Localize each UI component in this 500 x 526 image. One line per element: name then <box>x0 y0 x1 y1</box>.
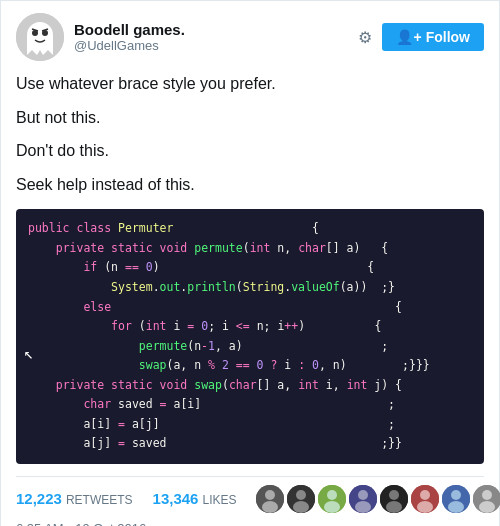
code-line-11: a[i] = a[j] ; <box>28 415 472 435</box>
svg-point-18 <box>358 490 368 500</box>
code-line-2: private static void permute(int n, char[… <box>28 239 472 259</box>
retweeter-avatar-2 <box>287 485 315 513</box>
tweet-footer: 12,223 RETWEETS 13,346 LIKES <box>16 476 484 526</box>
likes-label: LIKES <box>202 493 236 507</box>
follow-label: Follow <box>426 29 470 45</box>
svg-point-13 <box>293 501 309 513</box>
tweet-line-4: Seek help instead of this. <box>16 172 484 198</box>
code-line-9: private static void swap(char[] a, int i… <box>28 376 472 396</box>
retweeter-avatar-7 <box>442 485 470 513</box>
user-info: Boodell games. @UdellGames <box>74 21 358 53</box>
retweeter-avatar-6 <box>411 485 439 513</box>
retweeter-avatar-1 <box>256 485 284 513</box>
svg-point-21 <box>389 490 399 500</box>
code-line-10: char saved = a[i] ; <box>28 395 472 415</box>
stats-row: 12,223 RETWEETS 13,346 LIKES <box>16 485 484 513</box>
likes-count[interactable]: 13,346 <box>153 490 199 507</box>
timestamp: 6:35 AM - 19 Oct 2016 <box>16 521 484 526</box>
svg-point-25 <box>417 501 433 513</box>
tweet-card: Boodell games. @UdellGames ⚙ 👤+ Follow U… <box>0 0 500 526</box>
svg-rect-2 <box>27 35 53 47</box>
svg-point-19 <box>355 501 371 513</box>
retweeter-avatar-4 <box>349 485 377 513</box>
code-line-1: public class Permuter { <box>28 219 472 239</box>
retweeter-avatar-5 <box>380 485 408 513</box>
likes-stat: 13,346 LIKES <box>153 490 237 507</box>
retweets-stat: 12,223 RETWEETS <box>16 490 133 507</box>
retweeter-avatars <box>256 485 500 513</box>
svg-point-10 <box>262 501 278 513</box>
svg-point-22 <box>386 501 402 513</box>
header-actions: ⚙ 👤+ Follow <box>358 23 484 51</box>
svg-point-16 <box>324 501 340 513</box>
code-line-6: for (int i = 0; i <= n; i++) { <box>28 317 472 337</box>
code-line-8: swap(a, n % 2 == 0 ? i : 0, n) ;}}} <box>28 356 472 376</box>
gear-icon[interactable]: ⚙ <box>358 28 372 47</box>
screen-name[interactable]: @UdellGames <box>74 38 358 53</box>
svg-point-24 <box>420 490 430 500</box>
retweets-label: RETWEETS <box>66 493 133 507</box>
svg-point-30 <box>482 490 492 500</box>
avatar[interactable] <box>16 13 64 61</box>
code-block: ↖ public class Permuter { private static… <box>16 209 484 464</box>
code-line-12: a[j] = saved ;}} <box>28 434 472 454</box>
follow-plus-icon: 👤+ <box>396 29 421 45</box>
code-line-3: if (n == 0) { <box>28 258 472 278</box>
tweet-time: 6:35 AM <box>16 521 64 526</box>
code-line-5: else { <box>28 298 472 318</box>
tweet-line-3: Don't do this. <box>16 138 484 164</box>
follow-button[interactable]: 👤+ Follow <box>382 23 484 51</box>
retweeter-avatar-3 <box>318 485 346 513</box>
display-name[interactable]: Boodell games. <box>74 21 358 38</box>
retweeter-avatar-8 <box>473 485 500 513</box>
code-line-7: permute(n-1, a) ; <box>28 337 472 357</box>
tweet-date: 19 Oct 2016 <box>75 521 146 526</box>
svg-point-27 <box>451 490 461 500</box>
svg-point-12 <box>296 490 306 500</box>
code-line-4: System.out.println(String.valueOf(a)) ;} <box>28 278 472 298</box>
timestamp-separator: - <box>67 521 71 526</box>
svg-point-15 <box>327 490 337 500</box>
svg-point-28 <box>448 501 464 513</box>
tweet-body: Use whatever brace style you prefer. But… <box>16 71 484 197</box>
tweet-header: Boodell games. @UdellGames ⚙ 👤+ Follow <box>16 13 484 61</box>
tweet-line-1: Use whatever brace style you prefer. <box>16 71 484 97</box>
svg-point-31 <box>479 501 495 513</box>
tweet-line-2: But not this. <box>16 105 484 131</box>
code-block-container: ↖ public class Permuter { private static… <box>16 209 484 464</box>
svg-point-9 <box>265 490 275 500</box>
retweets-count[interactable]: 12,223 <box>16 490 62 507</box>
